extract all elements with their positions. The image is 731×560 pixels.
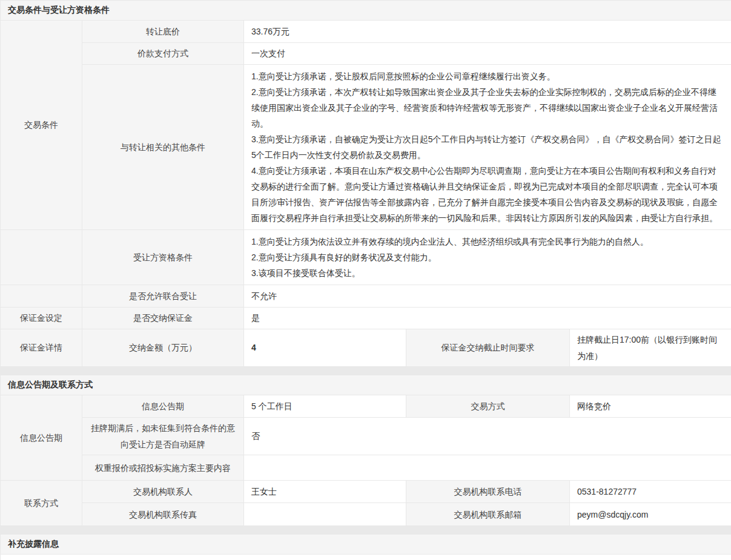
value-auto-extend: 否 <box>244 418 731 455</box>
table-row-contact-fax: 交易机构联系传真 交易机构联系邮箱 peym@sdcqjy.com <box>1 503 731 526</box>
section-header-row: 交易条件与受让方资格条件 <box>1 1 731 21</box>
label-joint-transfer: 是否允许联合受让 <box>82 285 244 308</box>
label-announcement-period: 信息公告期 <box>82 395 244 418</box>
table-row-qualification: 受让方资格条件 1.意向受让方须为依法设立并有效存续的境内企业法人、其他经济组织… <box>1 230 731 285</box>
section-header-row: 信息公告期及联系方式 <box>1 375 731 395</box>
label-other-conditions: 与转让相关的其他条件 <box>82 65 244 230</box>
value-supplement-empty: 暂无补充披露信息 <box>1 555 731 560</box>
value-joint-transfer: 不允许 <box>244 285 731 308</box>
group-label-deposit-setting: 保证金设定 <box>1 308 82 329</box>
label-contact-email: 交易机构联系邮箱 <box>406 503 570 526</box>
value-deposit-amount: 4 <box>244 329 406 367</box>
value-contact-person: 王女士 <box>244 481 406 503</box>
value-floor-price: 33.76万元 <box>244 21 731 43</box>
group-label-empty <box>1 230 82 285</box>
label-deposit-deadline: 保证金交纳截止时间要求 <box>406 329 570 367</box>
value-announcement-period: 5 个工作日 <box>244 395 406 418</box>
value-bid-plan <box>244 455 731 481</box>
value-other-conditions: 1.意向受让方须承诺，受让股权后同意按照标的企业公司章程继续履行出资义务。 2.… <box>244 65 731 230</box>
supplement-disclosure-table: 补充披露信息 暂无补充披露信息 <box>0 534 731 560</box>
table-row-floor-price: 交易条件 转让底价 33.76万元 <box>1 21 731 43</box>
label-contact-fax: 交易机构联系传真 <box>82 503 244 526</box>
trade-conditions-table: 交易条件与受让方资格条件 交易条件 转让底价 33.76万元 价款支付方式 一次… <box>0 0 731 367</box>
label-auto-extend: 挂牌期满后，如未征集到符合条件的意向受让方是否自动延牌 <box>82 418 244 455</box>
value-payment-method: 一次支付 <box>244 43 731 65</box>
value-contact-fax <box>244 503 406 526</box>
group-label-contact: 联系方式 <box>1 481 82 526</box>
group-label-announcement: 信息公告期 <box>1 395 82 481</box>
group-label-deposit-detail: 保证金详情 <box>1 329 82 367</box>
table-row-announcement-period: 信息公告期 信息公告期 5 个工作日 交易方式 网络竞价 <box>1 395 731 418</box>
label-contact-person: 交易机构联系人 <box>82 481 244 503</box>
table-row-supplement-empty: 暂无补充披露信息 <box>1 555 731 560</box>
label-deposit-amount: 交纳金额（万元） <box>82 329 244 367</box>
table-row-deposit-setting: 保证金设定 是否交纳保证金 是 <box>1 308 731 329</box>
section-title-supplement: 补充披露信息 <box>1 535 731 555</box>
group-label-trade-conditions: 交易条件 <box>1 21 82 230</box>
label-qualification: 受让方资格条件 <box>82 230 244 285</box>
section-header-row: 补充披露信息 <box>1 535 731 555</box>
value-contact-phone: 0531-81272777 <box>570 481 731 503</box>
label-bid-plan: 权重报价或招投标实施方案主要内容 <box>82 455 244 481</box>
table-row-other-conditions: 与转让相关的其他条件 1.意向受让方须承诺，受让股权后同意按照标的企业公司章程继… <box>1 65 731 230</box>
table-row-contact-person: 联系方式 交易机构联系人 王女士 交易机构联系电话 0531-81272777 <box>1 481 731 503</box>
table-row-auto-extend: 挂牌期满后，如未征集到符合条件的意向受让方是否自动延牌 否 <box>1 418 731 455</box>
section-title-announcement: 信息公告期及联系方式 <box>1 375 731 395</box>
value-contact-email: peym@sdcqjy.com <box>570 503 731 526</box>
table-row-payment-method: 价款支付方式 一次支付 <box>1 43 731 65</box>
value-trade-method: 网络竞价 <box>570 395 731 418</box>
label-payment-method: 价款支付方式 <box>82 43 244 65</box>
table-row-bid-plan: 权重报价或招投标实施方案主要内容 <box>1 455 731 481</box>
value-qualification: 1.意向受让方须为依法设立并有效存续的境内企业法人、其他经济组织或具有完全民事行… <box>244 230 731 285</box>
section-title-trade: 交易条件与受让方资格条件 <box>1 1 731 21</box>
value-deposit-required: 是 <box>244 308 731 329</box>
value-deposit-deadline: 挂牌截止日17:00前（以银行到账时间为准） <box>570 329 731 367</box>
table-row-deposit-detail: 保证金详情 交纳金额（万元） 4 保证金交纳截止时间要求 挂牌截止日17:00前… <box>1 329 731 367</box>
group-label-empty <box>1 285 82 308</box>
announcement-contact-table: 信息公告期及联系方式 信息公告期 信息公告期 5 个工作日 交易方式 网络竞价 … <box>0 375 731 526</box>
label-floor-price: 转让底价 <box>82 21 244 43</box>
label-trade-method: 交易方式 <box>406 395 570 418</box>
label-contact-phone: 交易机构联系电话 <box>406 481 570 503</box>
label-deposit-required: 是否交纳保证金 <box>82 308 244 329</box>
table-row-joint-transfer: 是否允许联合受让 不允许 <box>1 285 731 308</box>
